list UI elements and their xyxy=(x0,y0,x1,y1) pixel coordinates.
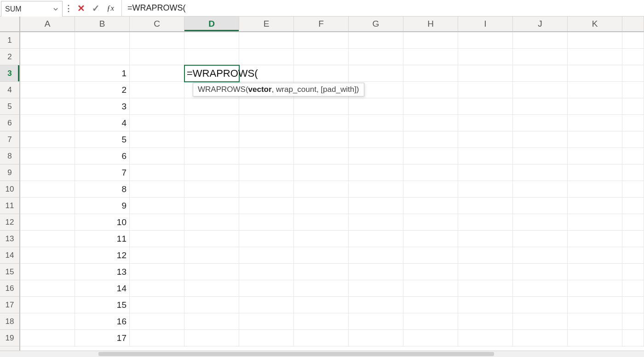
cell-J12[interactable] xyxy=(513,214,568,231)
cell-I19[interactable] xyxy=(458,330,513,346)
cell-C7[interactable] xyxy=(130,131,184,148)
cell-J15[interactable] xyxy=(513,264,568,280)
cell-B11[interactable]: 9 xyxy=(75,198,130,214)
cell-F19[interactable] xyxy=(294,330,349,346)
cell-E18[interactable] xyxy=(239,313,294,330)
cell-G13[interactable] xyxy=(349,231,403,247)
cell-A14[interactable] xyxy=(20,247,75,264)
cell-H16[interactable] xyxy=(403,280,458,297)
row-header-18[interactable]: 18 xyxy=(0,313,19,330)
cell-F18[interactable] xyxy=(294,313,349,330)
cell-D18[interactable] xyxy=(184,313,239,330)
cell-D9[interactable] xyxy=(184,164,239,181)
column-header-K[interactable]: K xyxy=(568,17,622,31)
cell-G15[interactable] xyxy=(349,264,403,280)
formula-input[interactable]: =WRAPROWS( xyxy=(121,0,644,16)
cell-D14[interactable] xyxy=(184,247,239,264)
cell-I15[interactable] xyxy=(458,264,513,280)
cell-F15[interactable] xyxy=(294,264,349,280)
cell-D13[interactable] xyxy=(184,231,239,247)
cell-A16[interactable] xyxy=(20,280,75,297)
cell-E10[interactable] xyxy=(239,181,294,198)
cell-B16[interactable]: 14 xyxy=(75,280,130,297)
cell-G12[interactable] xyxy=(349,214,403,231)
cell-F10[interactable] xyxy=(294,181,349,198)
cell-B2[interactable] xyxy=(75,49,130,65)
cell-C10[interactable] xyxy=(130,181,184,198)
function-tooltip[interactable]: WRAPROWS(vector, wrap_count, [pad_with]) xyxy=(193,83,364,96)
cell-F13[interactable] xyxy=(294,231,349,247)
cell-D8[interactable] xyxy=(184,148,239,164)
cell-E5[interactable] xyxy=(239,98,294,115)
cell-I12[interactable] xyxy=(458,214,513,231)
row-header-17[interactable]: 17 xyxy=(0,297,19,313)
cell-H13[interactable] xyxy=(403,231,458,247)
cell-H5[interactable] xyxy=(403,98,458,115)
cell-K9[interactable] xyxy=(568,164,622,181)
cell-G1[interactable] xyxy=(349,32,403,49)
cell-H8[interactable] xyxy=(403,148,458,164)
cell-C12[interactable] xyxy=(130,214,184,231)
cell-I3[interactable] xyxy=(458,65,513,82)
column-header-F[interactable]: F xyxy=(294,17,349,31)
cell-B15[interactable]: 13 xyxy=(75,264,130,280)
cell-C3[interactable] xyxy=(130,65,184,82)
cell-C17[interactable] xyxy=(130,297,184,313)
cell-C14[interactable] xyxy=(130,247,184,264)
cell-I11[interactable] xyxy=(458,198,513,214)
cell-A17[interactable] xyxy=(20,297,75,313)
cell-A18[interactable] xyxy=(20,313,75,330)
cell-K5[interactable] xyxy=(568,98,622,115)
cell-I16[interactable] xyxy=(458,280,513,297)
cell-B7[interactable]: 5 xyxy=(75,131,130,148)
cell-G14[interactable] xyxy=(349,247,403,264)
cell-H19[interactable] xyxy=(403,330,458,346)
cell-C18[interactable] xyxy=(130,313,184,330)
cell-K7[interactable] xyxy=(568,131,622,148)
cell-G11[interactable] xyxy=(349,198,403,214)
column-header-G[interactable]: G xyxy=(349,17,403,31)
cell-E13[interactable] xyxy=(239,231,294,247)
cell-D6[interactable] xyxy=(184,115,239,131)
cell-E6[interactable] xyxy=(239,115,294,131)
cell-K15[interactable] xyxy=(568,264,622,280)
cell-D17[interactable] xyxy=(184,297,239,313)
cell-D12[interactable] xyxy=(184,214,239,231)
cell-I8[interactable] xyxy=(458,148,513,164)
cell-A13[interactable] xyxy=(20,231,75,247)
cell-K8[interactable] xyxy=(568,148,622,164)
cell-K13[interactable] xyxy=(568,231,622,247)
cell-G18[interactable] xyxy=(349,313,403,330)
cell-J13[interactable] xyxy=(513,231,568,247)
cell-A19[interactable] xyxy=(20,330,75,346)
cell-B5[interactable]: 3 xyxy=(75,98,130,115)
cell-C19[interactable] xyxy=(130,330,184,346)
cell-H11[interactable] xyxy=(403,198,458,214)
cell-E1[interactable] xyxy=(239,32,294,49)
cell-D7[interactable] xyxy=(184,131,239,148)
row-header-4[interactable]: 4 xyxy=(0,82,19,98)
cell-F16[interactable] xyxy=(294,280,349,297)
cell-G9[interactable] xyxy=(349,164,403,181)
cell-I2[interactable] xyxy=(458,49,513,65)
cell-G6[interactable] xyxy=(349,115,403,131)
cell-F7[interactable] xyxy=(294,131,349,148)
cell-J4[interactable] xyxy=(513,82,568,98)
cell-B18[interactable]: 16 xyxy=(75,313,130,330)
cancel-button[interactable]: ✕ xyxy=(75,3,86,14)
cell-I7[interactable] xyxy=(458,131,513,148)
cell-H17[interactable] xyxy=(403,297,458,313)
cell-A11[interactable] xyxy=(20,198,75,214)
cell-J7[interactable] xyxy=(513,131,568,148)
row-header-5[interactable]: 5 xyxy=(0,98,19,115)
cell-A1[interactable] xyxy=(20,32,75,49)
cell-A2[interactable] xyxy=(20,49,75,65)
column-header-D[interactable]: D xyxy=(184,17,239,31)
cell-F5[interactable] xyxy=(294,98,349,115)
cell-A12[interactable] xyxy=(20,214,75,231)
cell-K11[interactable] xyxy=(568,198,622,214)
cell-E16[interactable] xyxy=(239,280,294,297)
cell-G17[interactable] xyxy=(349,297,403,313)
row-header-10[interactable]: 10 xyxy=(0,181,19,198)
cell-I9[interactable] xyxy=(458,164,513,181)
